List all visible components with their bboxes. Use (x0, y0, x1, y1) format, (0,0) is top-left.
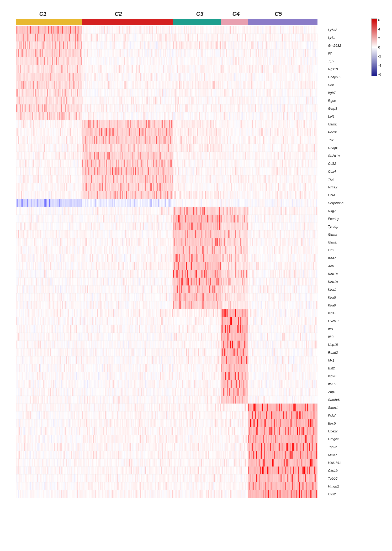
gene-label-Gzmk: Gzmk (328, 120, 358, 128)
gene-label-Cd7: Cd7 (328, 246, 358, 254)
legend-tick--2: -2 (378, 55, 381, 58)
gene-label-Isg20: Isg20 (328, 372, 358, 380)
gene-label-Ifit3: Ifit3 (328, 333, 358, 341)
gene-label-Klrb1a: Klrb1a (328, 278, 358, 285)
gene-label-Klra5: Klra5 (328, 293, 358, 301)
gene-label-Serpinb6a: Serpinb6a (328, 199, 358, 207)
cluster-label-C2: C2 (115, 10, 122, 17)
heatmap-area: C1C2C3C4C5 Ly6c2Ly6aGm2682Il7rTcf7Rgs10D… (16, 10, 358, 498)
gene-label-Tubb5: Tubb5 (328, 474, 358, 482)
cluster-segment-C4 (221, 19, 248, 25)
gene-label-Tox: Tox (328, 136, 358, 144)
gene-label-Hmgb2: Hmgb2 (328, 435, 358, 443)
gene-label-Nkg7: Nkg7 (328, 207, 358, 215)
gene-label-Itgb7: Itgb7 (328, 89, 358, 97)
gene-label-Pdcd1: Pdcd1 (328, 128, 358, 136)
gene-label-Birc5: Birc5 (328, 419, 358, 427)
cluster-label-C1: C1 (39, 10, 46, 17)
gene-label-Ifi209: Ifi209 (328, 380, 358, 388)
gene-label-Cd82: Cd82 (328, 160, 358, 167)
gene-label-Lef1: Lef1 (328, 112, 358, 120)
gene-labels: Ly6c2Ly6aGm2682Il7rTcf7Rgs10Dnajc15SellI… (326, 26, 358, 498)
gene-label-Bst2: Bst2 (328, 364, 358, 372)
legend-tick-0: 0 (378, 46, 381, 49)
legend-canvas (371, 18, 377, 76)
gene-label-Gm2682: Gm2682 (328, 41, 358, 49)
gene-label-Mki67: Mki67 (328, 451, 358, 459)
gene-label-Il7r: Il7r (328, 49, 358, 57)
cluster-segment-C5 (248, 19, 318, 25)
legend-tick--6: -6 (378, 73, 381, 76)
main-container: C1C2C3C4C5 Ly6c2Ly6aGm2682Il7rTcf7Rgs10D… (0, 0, 392, 508)
gene-label-Zbp1: Zbp1 (328, 388, 358, 396)
gene-label-Tyrobp: Tyrobp (328, 222, 358, 230)
gene-label-Tigit: Tigit (328, 175, 358, 183)
gene-label-Ctla4: Ctla4 (328, 167, 358, 175)
legend-ticks: 6420-2-4-6 (377, 18, 381, 76)
gene-label-Mx1: Mx1 (328, 356, 358, 364)
cluster-label-C5: C5 (274, 10, 282, 17)
gene-label-Ly6c2: Ly6c2 (328, 26, 358, 34)
legend-area: 6420-2-4-6 (366, 10, 387, 498)
gene-label-Ube2c: Ube2c (328, 427, 358, 435)
gene-label-Klra7: Klra7 (328, 254, 358, 262)
gene-label-Klra1: Klra1 (328, 285, 358, 293)
gene-label-Cks2: Cks2 (328, 490, 358, 498)
gene-label-Samhd1: Samhd1 (328, 396, 358, 404)
gene-label-Rgcc: Rgcc (328, 97, 358, 104)
gene-label-Pclaf: Pclaf (328, 411, 358, 419)
heatmap-content: Ly6c2Ly6aGm2682Il7rTcf7Rgs10Dnajc15SellI… (16, 26, 358, 498)
gene-label-Nr4a2: Nr4a2 (328, 183, 358, 191)
gene-label-Ifit1: Ifit1 (328, 325, 358, 333)
gene-label-Hmgn2: Hmgn2 (328, 482, 358, 490)
gene-label-Klra9: Klra9 (328, 301, 358, 309)
gene-label-Isg15: Isg15 (328, 309, 358, 317)
gene-label-Ccl4: Ccl4 (328, 191, 358, 199)
gene-label-Tcf7: Tcf7 (328, 57, 358, 65)
gene-label-Sh2d1a: Sh2d1a (328, 152, 358, 160)
gene-label-Fcer1g: Fcer1g (328, 215, 358, 222)
cluster-labels-row: C1C2C3C4C5 (16, 10, 317, 18)
gene-label-Usp18: Usp18 (328, 341, 358, 348)
cluster-segment-C1 (16, 19, 82, 25)
cluster-label-C3: C3 (196, 10, 203, 17)
legend-tick-6: 6 (378, 18, 381, 22)
gene-label-Gzmb: Gzmb (328, 238, 358, 246)
gene-label-Klrb1c: Klrb1c (328, 270, 358, 278)
gene-label-Gzma: Gzma (328, 230, 358, 238)
cluster-segment-C2 (82, 19, 173, 25)
gene-label-Stmn1: Stmn1 (328, 404, 358, 411)
gene-label-Hist1h1b: Hist1h1b (328, 459, 358, 467)
cluster-bar (16, 19, 317, 25)
gene-label-Sell: Sell (328, 81, 358, 89)
gene-label-Cks1b: Cks1b (328, 467, 358, 474)
gene-label-Ly6a: Ly6a (328, 34, 358, 41)
cluster-segment-C3 (173, 19, 221, 25)
gene-label-Top2a: Top2a (328, 443, 358, 451)
legend-tick-2: 2 (378, 36, 381, 40)
cluster-label-C4: C4 (232, 10, 240, 17)
gene-label-Xcl1: Xcl1 (328, 262, 358, 270)
heatmap-canvas (16, 26, 317, 498)
gene-label-Rgs10: Rgs10 (328, 65, 358, 73)
gene-label-Gstp3: Gstp3 (328, 104, 358, 112)
legend-bar-container: 6420-2-4-6 (371, 18, 381, 76)
legend-tick--4: -4 (378, 64, 381, 67)
gene-label-Cxcl10: Cxcl10 (328, 317, 358, 325)
heatmap-grid (16, 26, 326, 498)
gene-label-Dnajb1: Dnajb1 (328, 144, 358, 152)
gene-label-Rsad2: Rsad2 (328, 348, 358, 356)
legend-tick-4: 4 (378, 28, 381, 31)
gene-label-Dnajc15: Dnajc15 (328, 73, 358, 81)
